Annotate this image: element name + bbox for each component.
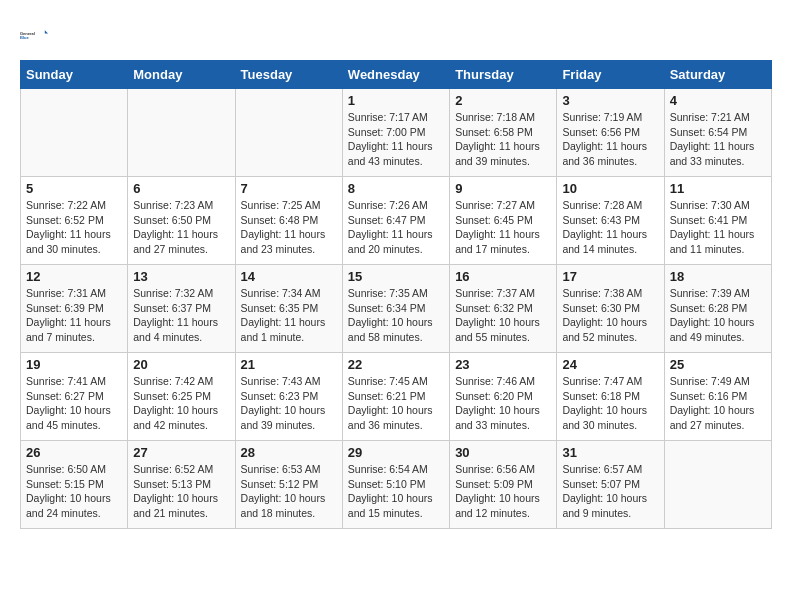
day-number: 12	[26, 269, 122, 284]
calendar-cell: 1Sunrise: 7:17 AM Sunset: 7:00 PM Daylig…	[342, 89, 449, 177]
header-saturday: Saturday	[664, 61, 771, 89]
cell-content: Sunrise: 7:37 AM Sunset: 6:32 PM Dayligh…	[455, 286, 551, 345]
calendar-cell: 31Sunrise: 6:57 AM Sunset: 5:07 PM Dayli…	[557, 441, 664, 529]
page-header: General Blue	[20, 20, 772, 50]
cell-content: Sunrise: 7:19 AM Sunset: 6:56 PM Dayligh…	[562, 110, 658, 169]
day-number: 4	[670, 93, 766, 108]
cell-content: Sunrise: 7:25 AM Sunset: 6:48 PM Dayligh…	[241, 198, 337, 257]
logo: General Blue	[20, 20, 50, 50]
cell-content: Sunrise: 6:53 AM Sunset: 5:12 PM Dayligh…	[241, 462, 337, 521]
calendar-cell: 8Sunrise: 7:26 AM Sunset: 6:47 PM Daylig…	[342, 177, 449, 265]
day-number: 7	[241, 181, 337, 196]
header-wednesday: Wednesday	[342, 61, 449, 89]
day-number: 24	[562, 357, 658, 372]
day-number: 31	[562, 445, 658, 460]
cell-content: Sunrise: 7:43 AM Sunset: 6:23 PM Dayligh…	[241, 374, 337, 433]
calendar-cell: 25Sunrise: 7:49 AM Sunset: 6:16 PM Dayli…	[664, 353, 771, 441]
calendar-cell: 22Sunrise: 7:45 AM Sunset: 6:21 PM Dayli…	[342, 353, 449, 441]
cell-content: Sunrise: 6:52 AM Sunset: 5:13 PM Dayligh…	[133, 462, 229, 521]
header-thursday: Thursday	[450, 61, 557, 89]
cell-content: Sunrise: 6:50 AM Sunset: 5:15 PM Dayligh…	[26, 462, 122, 521]
calendar-cell: 20Sunrise: 7:42 AM Sunset: 6:25 PM Dayli…	[128, 353, 235, 441]
logo-icon: General Blue	[20, 20, 50, 50]
day-number: 30	[455, 445, 551, 460]
cell-content: Sunrise: 7:34 AM Sunset: 6:35 PM Dayligh…	[241, 286, 337, 345]
day-number: 17	[562, 269, 658, 284]
day-number: 25	[670, 357, 766, 372]
header-tuesday: Tuesday	[235, 61, 342, 89]
week-row-2: 5Sunrise: 7:22 AM Sunset: 6:52 PM Daylig…	[21, 177, 772, 265]
calendar-cell: 9Sunrise: 7:27 AM Sunset: 6:45 PM Daylig…	[450, 177, 557, 265]
day-number: 9	[455, 181, 551, 196]
calendar-cell: 7Sunrise: 7:25 AM Sunset: 6:48 PM Daylig…	[235, 177, 342, 265]
svg-text:General: General	[20, 31, 35, 36]
cell-content: Sunrise: 7:17 AM Sunset: 7:00 PM Dayligh…	[348, 110, 444, 169]
cell-content: Sunrise: 7:31 AM Sunset: 6:39 PM Dayligh…	[26, 286, 122, 345]
week-row-3: 12Sunrise: 7:31 AM Sunset: 6:39 PM Dayli…	[21, 265, 772, 353]
day-number: 20	[133, 357, 229, 372]
svg-marker-2	[45, 30, 48, 33]
calendar-cell: 6Sunrise: 7:23 AM Sunset: 6:50 PM Daylig…	[128, 177, 235, 265]
cell-content: Sunrise: 7:46 AM Sunset: 6:20 PM Dayligh…	[455, 374, 551, 433]
calendar-cell: 10Sunrise: 7:28 AM Sunset: 6:43 PM Dayli…	[557, 177, 664, 265]
calendar-cell: 28Sunrise: 6:53 AM Sunset: 5:12 PM Dayli…	[235, 441, 342, 529]
day-number: 8	[348, 181, 444, 196]
calendar-cell	[128, 89, 235, 177]
day-number: 1	[348, 93, 444, 108]
day-number: 14	[241, 269, 337, 284]
calendar-cell: 19Sunrise: 7:41 AM Sunset: 6:27 PM Dayli…	[21, 353, 128, 441]
calendar-cell: 3Sunrise: 7:19 AM Sunset: 6:56 PM Daylig…	[557, 89, 664, 177]
calendar-cell: 15Sunrise: 7:35 AM Sunset: 6:34 PM Dayli…	[342, 265, 449, 353]
cell-content: Sunrise: 7:49 AM Sunset: 6:16 PM Dayligh…	[670, 374, 766, 433]
cell-content: Sunrise: 7:39 AM Sunset: 6:28 PM Dayligh…	[670, 286, 766, 345]
calendar-cell: 26Sunrise: 6:50 AM Sunset: 5:15 PM Dayli…	[21, 441, 128, 529]
cell-content: Sunrise: 6:57 AM Sunset: 5:07 PM Dayligh…	[562, 462, 658, 521]
calendar-cell: 21Sunrise: 7:43 AM Sunset: 6:23 PM Dayli…	[235, 353, 342, 441]
calendar-cell	[21, 89, 128, 177]
week-row-4: 19Sunrise: 7:41 AM Sunset: 6:27 PM Dayli…	[21, 353, 772, 441]
cell-content: Sunrise: 7:32 AM Sunset: 6:37 PM Dayligh…	[133, 286, 229, 345]
cell-content: Sunrise: 7:21 AM Sunset: 6:54 PM Dayligh…	[670, 110, 766, 169]
calendar-cell: 29Sunrise: 6:54 AM Sunset: 5:10 PM Dayli…	[342, 441, 449, 529]
calendar-cell: 4Sunrise: 7:21 AM Sunset: 6:54 PM Daylig…	[664, 89, 771, 177]
calendar-cell	[664, 441, 771, 529]
day-number: 11	[670, 181, 766, 196]
cell-content: Sunrise: 7:42 AM Sunset: 6:25 PM Dayligh…	[133, 374, 229, 433]
svg-text:Blue: Blue	[20, 35, 29, 40]
day-number: 21	[241, 357, 337, 372]
cell-content: Sunrise: 7:22 AM Sunset: 6:52 PM Dayligh…	[26, 198, 122, 257]
cell-content: Sunrise: 7:28 AM Sunset: 6:43 PM Dayligh…	[562, 198, 658, 257]
day-number: 16	[455, 269, 551, 284]
day-number: 2	[455, 93, 551, 108]
calendar-cell: 13Sunrise: 7:32 AM Sunset: 6:37 PM Dayli…	[128, 265, 235, 353]
calendar-cell: 27Sunrise: 6:52 AM Sunset: 5:13 PM Dayli…	[128, 441, 235, 529]
calendar-cell: 5Sunrise: 7:22 AM Sunset: 6:52 PM Daylig…	[21, 177, 128, 265]
cell-content: Sunrise: 7:41 AM Sunset: 6:27 PM Dayligh…	[26, 374, 122, 433]
cell-content: Sunrise: 7:23 AM Sunset: 6:50 PM Dayligh…	[133, 198, 229, 257]
day-number: 28	[241, 445, 337, 460]
cell-content: Sunrise: 7:47 AM Sunset: 6:18 PM Dayligh…	[562, 374, 658, 433]
header-monday: Monday	[128, 61, 235, 89]
calendar-cell: 11Sunrise: 7:30 AM Sunset: 6:41 PM Dayli…	[664, 177, 771, 265]
calendar-cell: 24Sunrise: 7:47 AM Sunset: 6:18 PM Dayli…	[557, 353, 664, 441]
day-number: 5	[26, 181, 122, 196]
calendar-cell: 2Sunrise: 7:18 AM Sunset: 6:58 PM Daylig…	[450, 89, 557, 177]
calendar-body: 1Sunrise: 7:17 AM Sunset: 7:00 PM Daylig…	[21, 89, 772, 529]
cell-content: Sunrise: 7:30 AM Sunset: 6:41 PM Dayligh…	[670, 198, 766, 257]
calendar-cell: 30Sunrise: 6:56 AM Sunset: 5:09 PM Dayli…	[450, 441, 557, 529]
calendar-cell: 12Sunrise: 7:31 AM Sunset: 6:39 PM Dayli…	[21, 265, 128, 353]
week-row-5: 26Sunrise: 6:50 AM Sunset: 5:15 PM Dayli…	[21, 441, 772, 529]
cell-content: Sunrise: 7:27 AM Sunset: 6:45 PM Dayligh…	[455, 198, 551, 257]
day-number: 19	[26, 357, 122, 372]
day-number: 22	[348, 357, 444, 372]
calendar-cell: 18Sunrise: 7:39 AM Sunset: 6:28 PM Dayli…	[664, 265, 771, 353]
day-number: 15	[348, 269, 444, 284]
header-friday: Friday	[557, 61, 664, 89]
cell-content: Sunrise: 7:38 AM Sunset: 6:30 PM Dayligh…	[562, 286, 658, 345]
day-number: 27	[133, 445, 229, 460]
cell-content: Sunrise: 6:54 AM Sunset: 5:10 PM Dayligh…	[348, 462, 444, 521]
header-sunday: Sunday	[21, 61, 128, 89]
calendar-cell: 17Sunrise: 7:38 AM Sunset: 6:30 PM Dayli…	[557, 265, 664, 353]
cell-content: Sunrise: 7:35 AM Sunset: 6:34 PM Dayligh…	[348, 286, 444, 345]
calendar-cell: 23Sunrise: 7:46 AM Sunset: 6:20 PM Dayli…	[450, 353, 557, 441]
